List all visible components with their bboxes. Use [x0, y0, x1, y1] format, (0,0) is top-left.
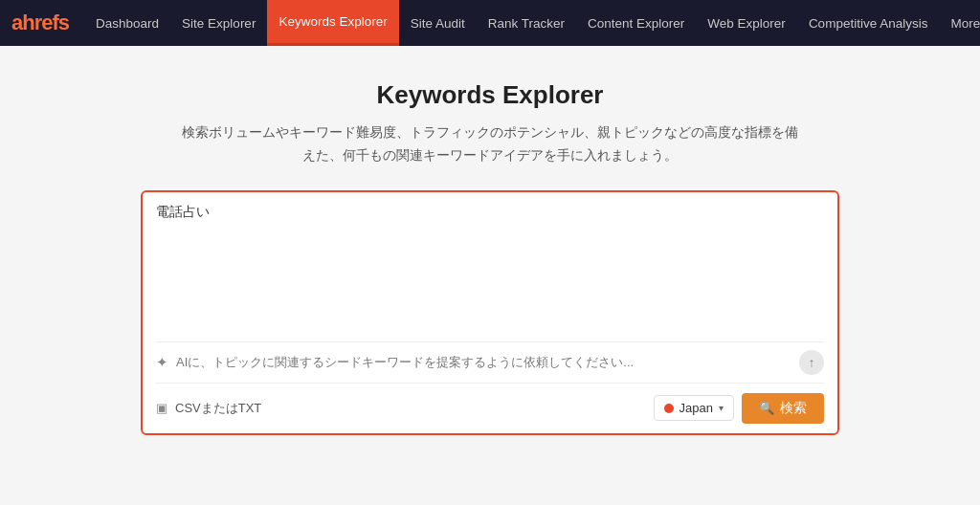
bottom-row: ▣ CSVまたはTXT Japan ▾ 🔍 検索	[156, 383, 824, 433]
chevron-down-icon: ▾	[719, 403, 724, 413]
country-selector[interactable]: Japan ▾	[654, 395, 734, 421]
ai-input-row: ✦ ↑	[156, 341, 824, 383]
page-subtitle: 検索ボリュームやキーワード難易度、トラフィックのポテンシャル、親トピックなどの高…	[182, 121, 798, 167]
search-icon: 🔍	[759, 401, 774, 415]
nav-web-explorer[interactable]: Web Explorer	[696, 0, 797, 46]
page-title: Keywords Explorer	[377, 80, 604, 110]
arrow-up-icon: ↑	[809, 355, 815, 370]
file-icon: ▣	[156, 401, 167, 415]
nav-content-explorer[interactable]: Content Explorer	[576, 0, 696, 46]
country-label: Japan	[679, 401, 713, 415]
search-button[interactable]: 🔍 検索	[742, 393, 824, 424]
search-container: ✦ ↑ ▣ CSVまたはTXT Japan ▾ 🔍 検索	[141, 190, 839, 435]
country-dot-icon	[664, 404, 674, 413]
ai-sparkle-icon: ✦	[156, 354, 168, 371]
ai-send-button[interactable]: ↑	[799, 350, 824, 375]
nav-dashboard[interactable]: Dashboard	[84, 0, 170, 46]
nav-keywords-explorer[interactable]: Keywords Explorer	[267, 0, 398, 46]
nav-rank-tracker[interactable]: Rank Tracker	[477, 0, 576, 46]
main-content: Keywords Explorer 検索ボリュームやキーワード難易度、トラフィッ…	[0, 46, 980, 435]
nav-site-explorer[interactable]: Site Explorer	[170, 0, 267, 46]
nav-competitive-analysis[interactable]: Competitive Analysis	[797, 0, 940, 46]
nav-more[interactable]: More ▾	[939, 0, 980, 46]
ai-prompt-input[interactable]	[176, 355, 791, 369]
keyword-input[interactable]	[156, 204, 824, 338]
navbar: ahrefs Dashboard Site Explorer Keywords …	[0, 0, 980, 46]
nav-site-audit[interactable]: Site Audit	[399, 0, 477, 46]
brand-logo[interactable]: ahrefs	[11, 11, 69, 35]
csv-label: CSVまたはTXT	[175, 400, 646, 417]
